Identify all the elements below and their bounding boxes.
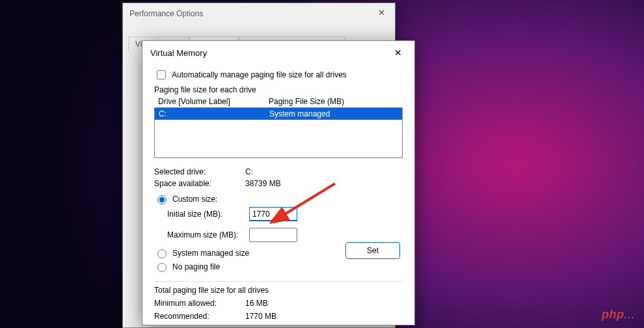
drive-listbox[interactable]: C: System managed [154,107,403,158]
min-allowed-value: 16 MB [245,299,403,308]
system-managed-radio[interactable] [157,249,167,258]
watermark-brand: php [602,308,624,321]
close-icon[interactable]: ✕ [387,45,409,61]
no-paging-label: No paging file [172,262,220,271]
no-paging-radio[interactable] [157,263,167,272]
maximum-size-input[interactable] [249,228,297,242]
col-size: Paging File Size (MB) [269,97,344,106]
initial-size-label: Initial size (MB): [167,210,243,219]
parent-close-icon[interactable]: ✕ [371,6,391,20]
selected-drive-label: Selected drive: [154,167,245,176]
paging-section-label: Paging file size for each drive [154,85,403,94]
auto-manage-checkbox[interactable] [157,70,166,79]
drive-row-c[interactable]: C: System managed [155,108,402,120]
drive-list-header: Drive [Volume Label] Paging File Size (M… [154,96,403,107]
drive-status: System managed [269,108,330,120]
drive-letter: C: [159,108,269,120]
system-managed-label: System managed size [172,249,249,258]
virtual-memory-dialog: Virtual Memory ✕ Automatically manage pa… [142,40,415,325]
recommended-label: Recommended: [154,312,245,321]
min-allowed-label: Minimum allowed: [154,299,245,308]
parent-title: Performance Options [129,9,203,18]
set-button[interactable]: Set [345,242,400,259]
totals-section-label: Total paging file size for all drives [154,281,403,295]
col-drive: Drive [Volume Label] [158,97,269,106]
initial-size-input[interactable] [249,207,297,221]
auto-manage-label: Automatically manage paging file size fo… [172,70,347,79]
space-available-label: Space available: [154,179,245,188]
vm-titlebar: Virtual Memory ✕ [142,41,414,64]
vm-title: Virtual Memory [150,48,207,58]
watermark: php... [602,308,635,321]
custom-size-radio[interactable] [157,195,167,204]
maximum-size-label: Maximum size (MB): [167,230,243,239]
parent-titlebar: Performance Options ✕ [123,3,395,24]
space-available-value: 38739 MB [245,179,403,188]
selected-drive-value: C: [245,167,403,176]
recommended-value: 1770 MB [245,312,403,321]
custom-size-label: Custom size: [172,195,217,204]
